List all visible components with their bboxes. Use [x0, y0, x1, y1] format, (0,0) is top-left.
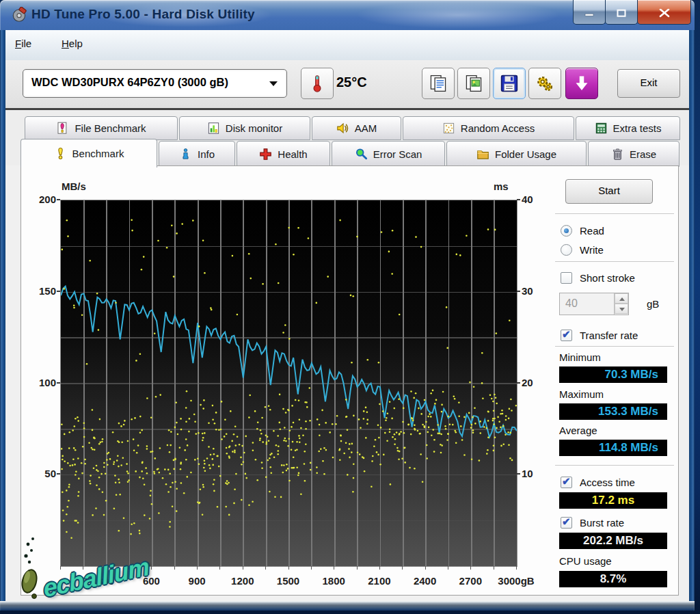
burst-rate-checkbox[interactable]: ✔	[561, 517, 572, 529]
folder-usage-icon	[476, 148, 489, 161]
maximize-button[interactable]	[605, 0, 638, 25]
extra-tests-icon	[595, 122, 608, 135]
drive-select-value: WDC WD30PURX 64P6ZY0 (3000 gB)	[31, 76, 228, 89]
tab-label: Folder Usage	[495, 148, 556, 160]
write-radio-label[interactable]: Write	[580, 244, 604, 256]
tab-label: Random Access	[461, 122, 535, 134]
menu-item-help[interactable]: Help	[62, 38, 83, 49]
tab-health[interactable]: Health	[237, 141, 330, 167]
tab-random-access[interactable]: Random Access	[403, 116, 574, 140]
average-label: Average	[559, 425, 597, 436]
tab-folder-usage[interactable]: Folder Usage	[446, 141, 587, 167]
close-icon	[659, 8, 670, 17]
save-icon	[500, 75, 518, 92]
tab-file-benchmark[interactable]: File Benchmark	[25, 116, 178, 140]
erase-icon	[611, 148, 624, 161]
maximize-icon	[617, 9, 626, 17]
error-scan-icon	[355, 148, 368, 161]
tab-disk-monitor[interactable]: Disk monitor	[179, 116, 310, 140]
tab-strip: File BenchmarkDisk monitorAAMRandom Acce…	[5, 110, 689, 165]
drive-select[interactable]: WDC WD30PURX 64P6ZY0 (3000 gB)	[23, 69, 287, 98]
read-radio-label[interactable]: Read	[580, 225, 604, 237]
minimum-value: 70.3 MB/s	[559, 366, 667, 383]
spinner-down-button[interactable]	[615, 304, 628, 314]
tab-label: Erase	[630, 148, 656, 160]
temperature-button[interactable]	[301, 68, 334, 99]
tab-extra-tests[interactable]: Extra tests	[576, 116, 680, 140]
burst-rate-label[interactable]: Burst rate	[580, 517, 624, 529]
exit-button[interactable]: Exit	[617, 69, 680, 98]
spinner-up-icon	[619, 297, 625, 301]
benchmark-icon	[54, 147, 67, 160]
short-stroke-size-input[interactable]: 40	[559, 293, 629, 315]
burst-rate-checkmark: ✔	[562, 516, 571, 528]
separator	[555, 213, 674, 214]
tab-erase[interactable]: Erase	[588, 141, 679, 167]
minimum-label: Minimum	[559, 351, 601, 363]
separator	[555, 465, 674, 466]
short-stroke-label[interactable]: Short stroke	[580, 272, 635, 284]
toolbar: WDC WD30PURX 64P6ZY0 (3000 gB) 25°C Exit	[5, 60, 689, 110]
minimize-button[interactable]	[573, 0, 606, 25]
y-right-tick-label: 40	[522, 193, 552, 205]
write-radio[interactable]	[561, 244, 572, 256]
save-button[interactable]	[493, 68, 526, 99]
spinner-down-icon	[619, 308, 625, 311]
y-axis-tick-mark	[517, 291, 520, 292]
chart-plot-svg	[61, 200, 517, 566]
access-time-checkbox[interactable]: ✔	[561, 477, 572, 488]
y-right-tick-label: 10	[522, 468, 552, 479]
tab-benchmark[interactable]: Benchmark	[21, 139, 157, 168]
read-radio[interactable]	[561, 225, 572, 237]
y-left-tick-label: 200	[26, 193, 56, 205]
options-icon	[536, 75, 554, 92]
spinner-up-button[interactable]	[615, 293, 628, 304]
spinner-buttons	[614, 293, 628, 315]
start-button[interactable]: Start	[565, 179, 653, 204]
short-stroke-checkbox[interactable]	[561, 272, 572, 284]
benchmark-plot	[60, 200, 517, 567]
info-icon	[179, 148, 192, 161]
tab-label: Info	[198, 148, 215, 160]
download-button[interactable]	[565, 68, 598, 99]
window-border-left	[0, 30, 5, 601]
tab-label: Benchmark	[72, 148, 124, 159]
tab-label: AAM	[355, 122, 377, 134]
menu-item-file[interactable]: File	[15, 38, 31, 49]
y-axis-tick-mark	[517, 382, 520, 384]
tab-aam[interactable]: AAM	[312, 116, 401, 140]
y-right-tick-label: 30	[522, 285, 552, 297]
disk-monitor-icon	[207, 122, 220, 135]
download-icon	[573, 75, 591, 92]
window-title: HD Tune Pro 5.00 - Hard Disk Utility	[31, 7, 255, 22]
tab-label: Health	[278, 148, 307, 160]
y-axis-right-unit: ms	[494, 181, 509, 192]
short-stroke-unit-label: gB	[647, 298, 659, 310]
file-benchmark-icon	[56, 122, 69, 135]
options-button[interactable]	[528, 68, 561, 99]
health-icon	[259, 148, 272, 161]
transfer-rate-label[interactable]: Transfer rate	[580, 330, 638, 341]
tab-label: File Benchmark	[75, 122, 146, 134]
maximum-value: 153.3 MB/s	[559, 403, 667, 420]
access-time-label[interactable]: Access time	[580, 477, 635, 488]
copy-image-button[interactable]	[457, 68, 490, 99]
maximum-label: Maximum	[559, 388, 604, 400]
close-button[interactable]	[637, 0, 691, 25]
tab-label: Error Scan	[373, 148, 422, 160]
thermometer-icon	[308, 73, 326, 94]
y-left-tick-label: 50	[26, 468, 56, 479]
access-time-value: 17.2 ms	[559, 492, 667, 509]
y-right-tick-label: 20	[522, 377, 552, 388]
tab-error-scan[interactable]: Error Scan	[332, 141, 445, 167]
read-radio-dot	[564, 228, 569, 233]
tab-info[interactable]: Info	[159, 141, 235, 167]
minimize-icon	[584, 9, 594, 17]
window-border-bottom	[0, 601, 695, 611]
y-left-tick-label: 100	[26, 377, 56, 388]
titlebar: HD Tune Pro 5.00 - Hard Disk Utility	[0, 0, 695, 30]
hdtune-app-icon	[12, 7, 27, 23]
cpu-usage-value: 8.7%	[559, 571, 667, 587]
copy-button[interactable]	[422, 68, 455, 99]
transfer-rate-checkbox[interactable]: ✔	[561, 330, 572, 341]
